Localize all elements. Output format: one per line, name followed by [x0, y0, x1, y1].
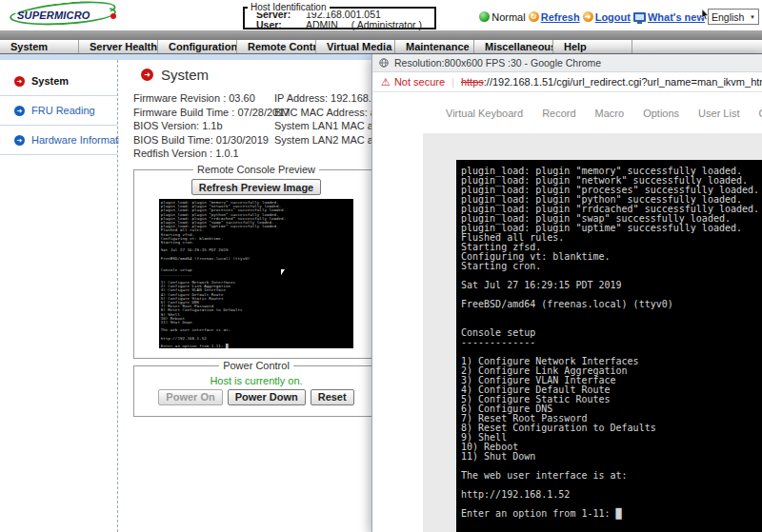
ikvm-toolbar: Virtual KeyboardRecordMacroOptionsUser L…: [372, 92, 762, 133]
ikvm-toolbar-item[interactable]: User List: [698, 108, 739, 119]
refresh-link[interactable]: Refresh: [541, 11, 580, 23]
user-row: User: ADMIN ( Administrator ): [245, 20, 434, 30]
sidebar: ➜ System ➜ FRU Reading ➜ Hardware Inform…: [0, 60, 118, 532]
power-button[interactable]: Power Down: [228, 389, 306, 405]
whats-new-control[interactable]: What's new: [633, 11, 705, 23]
chrome-urlbar[interactable]: ⚠ Not secure | https ://192.168.1.51/cgi…: [372, 72, 762, 92]
url-text: ://192.168.1.51/cgi/url_redirect.cgi?url…: [484, 76, 762, 88]
info-line: BIOS Version: 1.1b: [133, 119, 274, 133]
user-role: ( Administrator ): [351, 20, 422, 30]
language-select[interactable]: English ▼: [708, 9, 759, 25]
chrome-window: Resolution:800x600 FPS :30 - Google Chro…: [371, 54, 762, 532]
ikvm-toolbar-item[interactable]: Virtual Keyboard: [446, 108, 523, 119]
header-divider-strip: [0, 30, 762, 40]
monitor-icon: [633, 12, 646, 22]
nav-arrow-icon: ➜: [14, 106, 25, 116]
main-menubar: SystemServer HealthConfigurationRemote C…: [0, 40, 762, 54]
nav-arrow-icon: ➜: [14, 135, 25, 146]
remote-console-screen[interactable]: plugin_load: plugin "memory" successfull…: [456, 160, 762, 532]
logout-icon: ➜: [583, 11, 593, 22]
logo-text: SUPERMICRO: [17, 10, 90, 21]
remote-console-preview-fieldset: Remote Console Preview Refresh Preview I…: [133, 169, 379, 359]
page-title-arrow-icon: ➜: [141, 69, 153, 81]
header-controls: Normal ↻ Refresh ➜ Logout What's new Eng…: [479, 9, 759, 25]
info-line: Firmware Build Time : 07/28/2017: [133, 106, 274, 120]
whats-new-link[interactable]: What's new: [648, 11, 705, 23]
logout-control[interactable]: ➜ Logout: [583, 11, 631, 23]
ikvm-toolbar-item[interactable]: Capture: [758, 108, 762, 119]
nav-arrow-icon: ➜: [14, 76, 25, 87]
host-identification-box: Host Identification Server: 192.168.001.…: [243, 7, 436, 30]
globe-icon: [379, 58, 389, 68]
status-normal-label: Normal: [491, 11, 525, 23]
mouse-cursor-icon: [701, 9, 710, 21]
status-normal: Normal: [479, 11, 525, 23]
chrome-window-title: Resolution:800x600 FPS :30 - Google Chro…: [394, 57, 601, 69]
ikvm-toolbar-item[interactable]: Macro: [595, 108, 625, 119]
system-info-left: Firmware Revision : 03.60Firmware Build …: [133, 91, 274, 161]
power-control-fieldset: Power Control Host is currently on. Powe…: [133, 365, 379, 417]
sidebar-item[interactable]: ➜ System: [0, 67, 117, 96]
refresh-preview-row: Refresh Preview Image: [134, 178, 378, 196]
url-separator: |: [451, 76, 454, 88]
ikvm-toolbar-item[interactable]: Record: [542, 108, 575, 119]
warning-icon: ⚠: [381, 77, 391, 88]
refresh-preview-button[interactable]: Refresh Preview Image: [191, 179, 321, 195]
supermicro-logo: SUPERMICRO: [10, 5, 122, 26]
power-control-legend: Power Control: [134, 360, 378, 371]
screen: SUPERMICRO Host Identification Server: 1…: [0, 0, 762, 532]
user-value: ADMIN: [306, 20, 338, 30]
ikvm-toolbar-item[interactable]: Options: [643, 108, 679, 119]
power-status-text: Host is currently on.: [134, 375, 378, 386]
sidebar-item[interactable]: ➜ FRU Reading: [0, 96, 117, 126]
preview-console-text: plugin_load: plugin "memory" successfull…: [159, 199, 241, 348]
page-title-text: System: [161, 67, 209, 83]
logo-red-dot-icon: [110, 13, 116, 19]
menu-item[interactable]: Remote Control: [237, 40, 316, 53]
menu-item[interactable]: Server Health: [79, 40, 158, 53]
sidebar-item-label: FRU Reading: [31, 105, 95, 116]
power-button[interactable]: Reset: [311, 389, 354, 405]
remote-console-preview-image: plugin_load: plugin "memory" successfull…: [159, 199, 353, 348]
sidebar-item-label: Hardware Information: [31, 134, 132, 146]
ipmi-header: SUPERMICRO Host Identification Server: 1…: [0, 0, 762, 30]
chevron-down-icon: ▼: [750, 14, 755, 20]
power-button[interactable]: Power On: [158, 389, 222, 405]
info-line: Redfish Version : 1.0.1: [133, 147, 274, 161]
menu-item[interactable]: Miscellaneous: [474, 40, 553, 53]
remote-console-preview-legend: Remote Console Preview: [134, 164, 378, 175]
chrome-titlebar[interactable]: Resolution:800x600 FPS :30 - Google Chro…: [372, 54, 762, 72]
user-label: User:: [256, 20, 306, 30]
preview-cursor-icon: [281, 269, 285, 275]
not-secure-label: Not secure: [394, 76, 445, 88]
sidebar-item-label: System: [31, 75, 69, 87]
menu-item[interactable]: Virtual Media: [316, 40, 395, 53]
url-scheme: https: [461, 76, 484, 88]
menu-item[interactable]: Help: [553, 40, 632, 53]
remote-console-text: plugin_load: plugin "memory" successfull…: [456, 160, 762, 519]
menu-item[interactable]: System: [0, 40, 79, 53]
menu-item[interactable]: Configuration: [158, 40, 237, 53]
refresh-icon: ↻: [529, 11, 539, 22]
menu-item[interactable]: Maintenance: [395, 40, 474, 53]
power-buttons: Power OnPower DownReset: [134, 389, 378, 405]
refresh-control[interactable]: ↻ Refresh: [529, 11, 580, 23]
host-identification-legend: Host Identification: [248, 2, 330, 12]
sidebar-item[interactable]: ➜ Hardware Information: [0, 126, 117, 155]
logout-link[interactable]: Logout: [595, 11, 631, 23]
info-line: BIOS Build Time: 01/30/2019: [133, 133, 274, 148]
status-normal-icon: [479, 11, 490, 22]
language-selected-value: English: [712, 11, 744, 23]
info-line: Firmware Revision : 03.60: [133, 91, 274, 106]
